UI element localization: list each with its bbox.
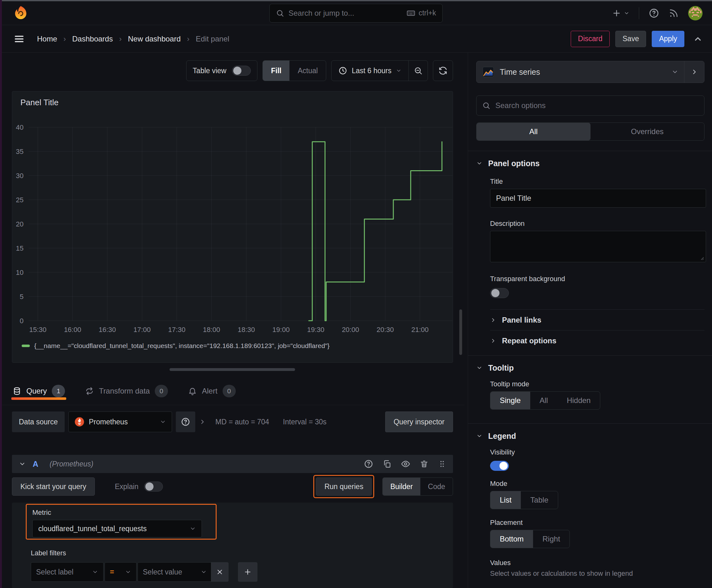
code-option[interactable]: Code [420, 478, 453, 495]
chart-svg: 051015202530354015:3016:0016:3017:0017:3… [12, 113, 453, 339]
legend-section-header[interactable]: Legend [476, 424, 705, 448]
legend-series-label[interactable]: {__name__="cloudflared_tunnel_total_requ… [34, 342, 330, 350]
breadcrumb-dashboards[interactable]: Dashboards [72, 35, 113, 43]
refresh-button[interactable] [433, 60, 453, 81]
tooltip-mode-hidden[interactable]: Hidden [557, 392, 600, 409]
kick-start-query-button[interactable]: Kick start your query [12, 478, 95, 496]
breadcrumb-separator: › [63, 35, 66, 43]
visualization-select[interactable]: Time series [477, 61, 684, 83]
user-avatar[interactable] [688, 6, 703, 20]
fill-option[interactable]: Fill [263, 61, 289, 81]
run-queries-button[interactable]: Run queries [316, 478, 372, 496]
legend-swatch[interactable] [22, 344, 30, 347]
global-search[interactable]: ctrl+k [269, 4, 443, 23]
time-range-button[interactable]: Last 6 hours [331, 61, 408, 81]
expand-options-chevron-icon[interactable] [199, 418, 206, 425]
panel-links-section-header[interactable]: Panel links [490, 309, 705, 330]
run-queries-highlight-box: Run queries [313, 475, 374, 498]
help-icon[interactable] [649, 8, 659, 19]
panel-edit-main: Table view Fill Actual Last 6 hours [0, 53, 465, 588]
global-search-input[interactable] [288, 9, 402, 18]
legend-placement-right[interactable]: Right [533, 530, 569, 548]
chevron-down-icon [476, 160, 482, 166]
query-options-summary[interactable]: MD = auto = 704 Interval = 30s [210, 412, 326, 432]
delete-query-trash-icon[interactable] [420, 460, 429, 468]
shortcut-hint: ctrl+k [407, 9, 436, 18]
datasource-select[interactable]: Prometheus [68, 412, 172, 432]
search-icon [276, 9, 284, 17]
tab-transform[interactable]: Transform data 0 [85, 377, 168, 405]
query-row-header[interactable]: A (Prometheus) [12, 455, 453, 473]
explain-toggle[interactable] [144, 482, 163, 491]
search-options-input[interactable] [495, 101, 698, 110]
menu-toggle-icon[interactable] [14, 34, 24, 44]
select-label-dropdown[interactable]: Select label [31, 562, 104, 582]
query-help-icon[interactable] [364, 459, 373, 469]
builder-option[interactable]: Builder [383, 478, 420, 495]
tab-all[interactable]: All [477, 123, 590, 141]
select-value-placeholder: Select value [143, 568, 182, 576]
zoom-out-time-button[interactable] [408, 61, 428, 81]
remove-filter-button[interactable] [211, 562, 229, 582]
legend-title: Legend [488, 432, 516, 441]
legend-mode-table[interactable]: Table [521, 491, 558, 509]
panel-options-section-header[interactable]: Panel options [476, 151, 705, 175]
discard-button[interactable]: Discard [571, 31, 610, 47]
drag-grip-icon[interactable] [438, 460, 446, 468]
legend-mode-list[interactable]: List [490, 491, 521, 509]
news-rss-icon[interactable] [669, 8, 679, 18]
edit-actions: Discard Save Apply [571, 31, 703, 47]
apply-button[interactable]: Apply [652, 31, 684, 47]
metric-label: Metric [33, 508, 216, 517]
prometheus-icon [74, 417, 84, 427]
save-button[interactable]: Save [615, 31, 646, 47]
topbar-actions [612, 6, 703, 20]
repeat-options-section-header[interactable]: Repeat options [490, 330, 705, 351]
panel-description-textarea[interactable] [490, 231, 706, 262]
search-options-field[interactable] [476, 96, 705, 115]
legend-placement-bottom[interactable]: Bottom [490, 530, 533, 548]
legend-placement-segmented: Bottom Right [490, 530, 570, 548]
chevron-up-icon[interactable] [693, 34, 703, 44]
duplicate-query-icon[interactable] [383, 460, 391, 468]
metric-select[interactable]: cloudflared_tunnel_total_requests [33, 520, 202, 538]
clock-icon [339, 66, 347, 75]
panel-title[interactable]: Panel Title [20, 98, 58, 107]
legend-values-label: Values [490, 559, 705, 567]
tab-alert[interactable]: Alert 0 [188, 377, 235, 405]
y-tick-label: 5 [20, 293, 24, 300]
close-icon [216, 568, 223, 576]
breadcrumb-new-dashboard[interactable]: New dashboard [128, 35, 180, 43]
transparent-background-toggle[interactable] [490, 288, 509, 298]
x-tick-label: 18:30 [238, 326, 255, 334]
resize-grip-icon[interactable] [699, 255, 705, 261]
label-filters-section: Label filters Select label = [31, 549, 257, 582]
collapse-pane-button[interactable] [684, 61, 704, 83]
breadcrumb-home[interactable]: Home [37, 35, 57, 43]
tab-query[interactable]: Query 1 [13, 377, 65, 405]
query-inspector-button[interactable]: Query inspector [385, 412, 453, 432]
tab-overrides[interactable]: Overrides [590, 123, 705, 141]
toggle-visibility-eye-icon[interactable] [401, 459, 410, 469]
y-tick-label: 20 [16, 220, 24, 228]
transform-count-badge: 0 [155, 385, 168, 397]
datasource-help-button[interactable] [176, 412, 195, 432]
tooltip-section-header[interactable]: Tooltip [476, 356, 705, 380]
panel-links-title: Panel links [502, 316, 541, 324]
grafana-logo-icon[interactable] [13, 5, 29, 21]
select-value-dropdown[interactable]: Select value [137, 562, 212, 582]
scrollbar-thumb[interactable] [459, 309, 462, 355]
editor-tabs: Query 1 Transform data 0 Alert 0 [0, 377, 465, 405]
panel-resize-handle[interactable] [170, 368, 295, 371]
operator-dropdown[interactable]: = [105, 562, 136, 582]
chevron-down-icon[interactable] [19, 460, 26, 467]
add-filter-button[interactable] [238, 562, 257, 582]
tooltip-mode-all[interactable]: All [530, 392, 558, 409]
new-menu-button[interactable] [612, 8, 629, 18]
table-view-toggle[interactable] [232, 66, 251, 76]
x-tick-label: 17:30 [168, 326, 186, 334]
legend-visibility-toggle[interactable] [490, 461, 509, 471]
panel-title-input[interactable] [490, 189, 706, 208]
actual-option[interactable]: Actual [289, 61, 326, 81]
tooltip-mode-single[interactable]: Single [490, 392, 530, 409]
